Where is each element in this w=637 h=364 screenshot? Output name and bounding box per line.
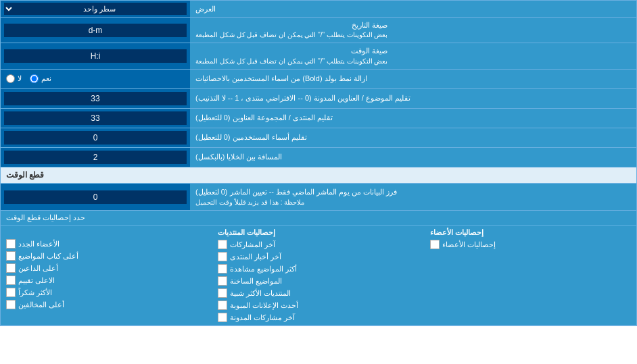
user-truncate-text: تقليم أسماء المستخدمين (0 للتعطيل)	[195, 132, 307, 142]
chk-similar-forums-box[interactable]	[218, 288, 227, 298]
chk-new-members-box[interactable]	[6, 239, 16, 249]
chk-most-thanks-box[interactable]	[6, 288, 16, 297]
chk-last-news-box[interactable]	[218, 252, 227, 261]
time-format-input[interactable]	[4, 49, 187, 63]
user-truncate-label: تقليم أسماء المستخدمين (0 للتعطيل)	[190, 128, 636, 147]
checkbox-col-members: - الأعضاء الجدد أعلى كتاب المواضيع أعلى …	[1, 226, 212, 325]
user-truncate-row: تقليم أسماء المستخدمين (0 للتعطيل)	[1, 128, 636, 148]
col2-header-item: إحصاليات المنتديات	[218, 228, 419, 237]
checkboxes-label: حدد إحصاليات قطع الوقت	[6, 213, 85, 222]
chk-last-active-box[interactable]	[218, 276, 227, 286]
chk-most-viewed-item[interactable]: أكثر المواضيع مشاهدة	[218, 264, 419, 274]
radio-yes-input[interactable]	[30, 74, 39, 83]
cell-spacing-input-cell	[1, 148, 190, 167]
display-mode-label: العرض	[190, 1, 636, 17]
chk-last-shared-item[interactable]: آخر مشاركات المدونة	[218, 313, 419, 322]
time-format-input-cell	[1, 43, 190, 68]
freeze-input-cell	[1, 184, 190, 211]
chk-recent-ads-item[interactable]: أحدث الإعلانات المبوبة	[218, 301, 419, 310]
col3-header-item: إحصاليات الأعضاء	[430, 228, 631, 237]
user-truncate-input[interactable]	[4, 131, 187, 145]
freeze-note: ملاحظة : هذا قد يزيد قليلاً وقت التحميل	[195, 197, 304, 207]
checkboxes-body: إحصاليات الأعضاء إحصاليات الأعضاء إحصالي…	[1, 226, 636, 325]
radio-no-input[interactable]	[6, 74, 15, 83]
date-format-title: صيغة التاريخ	[195, 20, 387, 30]
forum-truncate-input-cell	[1, 109, 190, 128]
freeze-label: فرز البيانات من يوم الماشر الماضي فقط --…	[190, 184, 636, 211]
time-format-title: صيغة الوقت	[195, 46, 387, 56]
checkbox-col-forums: إحصاليات المنتديات آخر المشاركات آخر أخب…	[212, 226, 424, 325]
freeze-section-header: قطع الوقت	[1, 167, 636, 184]
forum-truncate-label: تقليم المنتدى / المجموعة العناوين (0 للت…	[190, 109, 636, 128]
time-format-sublabel: بعض التكوينات يتطلب "/" التي يمكن ان تضا…	[195, 57, 387, 66]
checkboxes-section: حدد إحصاليات قطع الوقت إحصاليات الأعضاء …	[1, 211, 636, 326]
chk-top-raters-item[interactable]: الاعلى تقييم	[6, 276, 207, 285]
chk-stats-members-box[interactable]	[430, 240, 440, 249]
cell-spacing-text: المسافة بين الخلايا (بالبكسل)	[195, 152, 283, 162]
topic-truncate-label: تقليم الموضوع / العناوين المدونة (0 -- ا…	[190, 89, 636, 108]
checkboxes-label-row: حدد إحصاليات قطع الوقت	[1, 211, 636, 226]
cell-spacing-input[interactable]	[4, 151, 187, 164]
chk-last-news-item[interactable]: آخر أخبار المنتدى	[218, 252, 419, 261]
cell-spacing-row: المسافة بين الخلايا (بالبكسل)	[1, 148, 636, 167]
chk-last-posts-item[interactable]: آخر المشاركات	[218, 240, 419, 249]
chk-stats-members-item[interactable]: إحصاليات الأعضاء	[430, 240, 631, 249]
display-mode-input-cell: سطر واحد	[1, 1, 190, 17]
time-format-row: صيغة الوقت بعض التكوينات يتطلب "/" التي …	[1, 43, 636, 69]
chk-last-shared-box[interactable]	[218, 313, 227, 322]
topic-truncate-input[interactable]	[4, 92, 187, 105]
forum-truncate-row: تقليم المنتدى / المجموعة العناوين (0 للت…	[1, 109, 636, 128]
forum-truncate-text: تقليم المنتدى / المجموعة العناوين (0 للت…	[195, 113, 333, 123]
radio-yes: نعم	[30, 74, 51, 83]
date-format-input-cell	[1, 18, 190, 43]
checkbox-col-stats-members: إحصاليات الأعضاء إحصاليات الأعضاء	[425, 226, 636, 325]
cell-spacing-label: المسافة بين الخلايا (بالبكسل)	[190, 148, 636, 167]
date-format-input[interactable]	[4, 24, 187, 37]
user-truncate-input-cell	[1, 128, 190, 147]
display-mode-text: العرض	[195, 5, 216, 14]
date-format-sublabel: بعض التكوينات يتطلب "/" التي يمكن ان تضا…	[195, 30, 387, 40]
freeze-row: فرز البيانات من يوم الماشر الماضي فقط --…	[1, 184, 636, 211]
date-format-label: صيغة التاريخ بعض التكوينات يتطلب "/" الت…	[190, 18, 636, 43]
topic-truncate-row: تقليم الموضوع / العناوين المدونة (0 -- ا…	[1, 89, 636, 109]
chk-top-uploaders-box[interactable]	[6, 263, 16, 273]
bold-remove-input-cell: نعم لا	[1, 70, 190, 88]
date-format-row: صيغة التاريخ بعض التكوينات يتطلب "/" الت…	[1, 18, 636, 43]
chk-top-violators-box[interactable]	[6, 300, 16, 309]
display-mode-select[interactable]: سطر واحد	[4, 3, 187, 15]
chk-similar-forums-item[interactable]: المنتديات الأكثر شبية	[218, 288, 419, 298]
chk-top-writers-item[interactable]: أعلى كتاب المواضيع	[6, 251, 207, 261]
bold-remove-label: ازالة نمط بولد (Bold) من اسماء المستخدمي…	[190, 70, 636, 88]
chk-top-writers-box[interactable]	[6, 251, 16, 261]
chk-recent-ads-box[interactable]	[218, 301, 227, 310]
freeze-input[interactable]	[4, 190, 187, 204]
bold-remove-row: ازالة نمط بولد (Bold) من اسماء المستخدمي…	[1, 70, 636, 89]
forum-truncate-input[interactable]	[4, 111, 187, 125]
chk-last-active-item[interactable]: المواضيع الساخنة	[218, 276, 419, 286]
bold-remove-text: ازالة نمط بولد (Bold) من اسماء المستخدمي…	[195, 74, 367, 84]
chk-new-members-item[interactable]: الأعضاء الجدد	[6, 239, 207, 249]
chk-last-posts-box[interactable]	[218, 240, 227, 249]
display-mode-row: العرض سطر واحد	[1, 1, 636, 18]
chk-top-raters-box[interactable]	[6, 276, 16, 285]
chk-most-thanks-item[interactable]: الأكثر شكراً	[6, 288, 207, 297]
time-format-label: صيغة الوقت بعض التكوينات يتطلب "/" التي …	[190, 43, 636, 68]
chk-most-viewed-box[interactable]	[218, 264, 227, 274]
topic-truncate-input-cell	[1, 89, 190, 108]
chk-top-uploaders-item[interactable]: أعلى الداعين	[6, 263, 207, 273]
col1-header-item: -	[6, 228, 207, 236]
radio-no: لا	[6, 74, 22, 83]
topic-truncate-text: تقليم الموضوع / العناوين المدونة (0 -- ا…	[195, 93, 410, 103]
freeze-section-title: قطع الوقت	[6, 170, 44, 180]
chk-top-violators-item[interactable]: أعلى المخالفين	[6, 300, 207, 309]
freeze-main-label: فرز البيانات من يوم الماشر الماضي فقط --…	[195, 186, 397, 198]
